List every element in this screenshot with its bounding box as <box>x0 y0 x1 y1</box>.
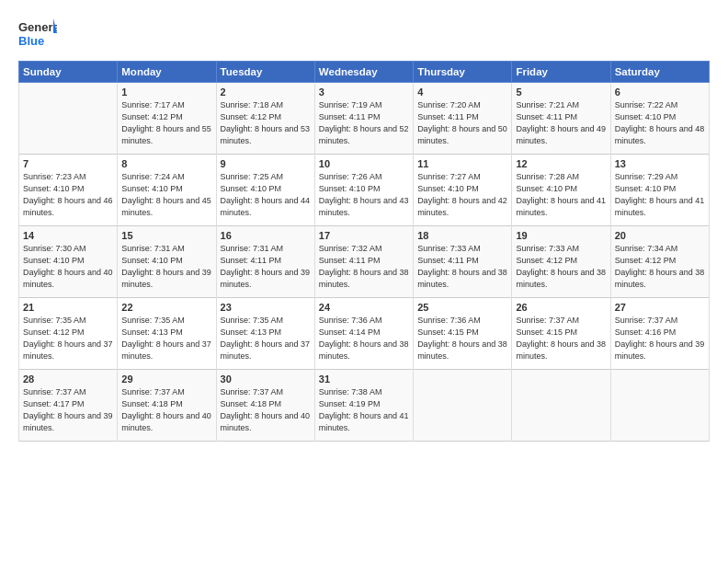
day-details: Sunrise: 7:37 AMSunset: 4:16 PMDaylight:… <box>615 315 705 362</box>
day-details: Sunrise: 7:24 AMSunset: 4:10 PMDaylight:… <box>121 171 211 219</box>
day-details: Sunrise: 7:22 AMSunset: 4:10 PMDaylight:… <box>615 99 705 147</box>
day-cell: 19Sunrise: 7:33 AMSunset: 4:12 PMDayligh… <box>512 226 610 298</box>
day-cell: 16Sunrise: 7:31 AMSunset: 4:11 PMDayligh… <box>216 226 314 298</box>
day-details: Sunrise: 7:37 AMSunset: 4:18 PMDaylight:… <box>221 386 311 434</box>
weekday-friday: Friday <box>512 62 610 83</box>
day-number: 15 <box>121 230 211 241</box>
day-number: 26 <box>516 302 606 313</box>
day-number: 10 <box>319 158 409 169</box>
day-cell: 20Sunrise: 7:34 AMSunset: 4:12 PMDayligh… <box>610 226 709 298</box>
day-cell <box>414 370 512 442</box>
day-details: Sunrise: 7:37 AMSunset: 4:15 PMDaylight:… <box>516 315 606 362</box>
day-cell: 11Sunrise: 7:27 AMSunset: 4:10 PMDayligh… <box>414 155 512 226</box>
day-details: Sunrise: 7:18 AMSunset: 4:12 PMDaylight:… <box>221 99 311 147</box>
svg-text:Blue: Blue <box>18 34 44 48</box>
weekday-tuesday: Tuesday <box>216 62 314 83</box>
day-cell: 29Sunrise: 7:37 AMSunset: 4:18 PMDayligh… <box>118 370 216 442</box>
day-cell: 7Sunrise: 7:23 AMSunset: 4:10 PMDaylight… <box>19 155 118 226</box>
day-number: 21 <box>23 302 113 313</box>
week-row-4: 21Sunrise: 7:35 AMSunset: 4:12 PMDayligh… <box>19 298 710 370</box>
day-cell <box>19 83 118 155</box>
day-details: Sunrise: 7:36 AMSunset: 4:14 PMDaylight:… <box>319 315 409 362</box>
day-number: 9 <box>221 158 311 169</box>
day-number: 22 <box>121 302 211 313</box>
day-cell: 14Sunrise: 7:30 AMSunset: 4:10 PMDayligh… <box>19 226 118 298</box>
day-details: Sunrise: 7:33 AMSunset: 4:12 PMDaylight:… <box>516 243 606 291</box>
weekday-sunday: Sunday <box>19 62 118 83</box>
day-details: Sunrise: 7:33 AMSunset: 4:11 PMDaylight:… <box>417 243 507 291</box>
week-row-3: 14Sunrise: 7:30 AMSunset: 4:10 PMDayligh… <box>19 226 710 298</box>
day-cell: 12Sunrise: 7:28 AMSunset: 4:10 PMDayligh… <box>512 155 610 226</box>
day-details: Sunrise: 7:37 AMSunset: 4:17 PMDaylight:… <box>23 386 113 434</box>
day-details: Sunrise: 7:37 AMSunset: 4:18 PMDaylight:… <box>121 386 211 434</box>
day-cell: 26Sunrise: 7:37 AMSunset: 4:15 PMDayligh… <box>512 298 610 370</box>
day-number: 23 <box>221 302 311 313</box>
header: General Blue <box>18 17 710 52</box>
svg-text:General: General <box>18 20 57 34</box>
day-details: Sunrise: 7:20 AMSunset: 4:11 PMDaylight:… <box>417 99 507 147</box>
day-details: Sunrise: 7:38 AMSunset: 4:19 PMDaylight:… <box>319 386 409 434</box>
day-cell <box>512 370 610 442</box>
day-details: Sunrise: 7:25 AMSunset: 4:10 PMDaylight:… <box>221 171 311 219</box>
day-number: 29 <box>121 373 211 385</box>
week-row-1: 1Sunrise: 7:17 AMSunset: 4:12 PMDaylight… <box>19 83 710 155</box>
day-number: 25 <box>417 302 507 313</box>
day-number: 2 <box>221 86 311 98</box>
day-details: Sunrise: 7:19 AMSunset: 4:11 PMDaylight:… <box>319 99 409 147</box>
day-details: Sunrise: 7:32 AMSunset: 4:11 PMDaylight:… <box>319 243 409 291</box>
day-number: 16 <box>221 230 311 241</box>
day-cell: 27Sunrise: 7:37 AMSunset: 4:16 PMDayligh… <box>610 298 709 370</box>
day-details: Sunrise: 7:26 AMSunset: 4:10 PMDaylight:… <box>319 171 409 219</box>
day-number: 31 <box>319 373 409 385</box>
day-cell: 3Sunrise: 7:19 AMSunset: 4:11 PMDaylight… <box>314 83 413 155</box>
day-number: 4 <box>417 86 507 98</box>
day-details: Sunrise: 7:23 AMSunset: 4:10 PMDaylight:… <box>23 171 113 219</box>
day-number: 3 <box>319 86 409 98</box>
week-row-2: 7Sunrise: 7:23 AMSunset: 4:10 PMDaylight… <box>19 155 710 226</box>
day-details: Sunrise: 7:30 AMSunset: 4:10 PMDaylight:… <box>23 243 113 291</box>
day-cell: 21Sunrise: 7:35 AMSunset: 4:12 PMDayligh… <box>19 298 118 370</box>
day-cell: 24Sunrise: 7:36 AMSunset: 4:14 PMDayligh… <box>314 298 413 370</box>
day-cell: 10Sunrise: 7:26 AMSunset: 4:10 PMDayligh… <box>314 155 413 226</box>
day-details: Sunrise: 7:29 AMSunset: 4:10 PMDaylight:… <box>615 171 705 219</box>
weekday-wednesday: Wednesday <box>314 62 413 83</box>
day-number: 14 <box>23 230 113 241</box>
day-cell: 1Sunrise: 7:17 AMSunset: 4:12 PMDaylight… <box>118 83 216 155</box>
day-cell: 15Sunrise: 7:31 AMSunset: 4:10 PMDayligh… <box>118 226 216 298</box>
day-cell: 9Sunrise: 7:25 AMSunset: 4:10 PMDaylight… <box>216 155 314 226</box>
day-cell <box>610 370 709 442</box>
week-row-5: 28Sunrise: 7:37 AMSunset: 4:17 PMDayligh… <box>19 370 710 442</box>
day-details: Sunrise: 7:27 AMSunset: 4:10 PMDaylight:… <box>417 171 507 219</box>
day-number: 24 <box>319 302 409 313</box>
calendar-table: SundayMondayTuesdayWednesdayThursdayFrid… <box>18 61 710 442</box>
day-details: Sunrise: 7:31 AMSunset: 4:11 PMDaylight:… <box>221 243 311 291</box>
weekday-thursday: Thursday <box>414 62 512 83</box>
day-details: Sunrise: 7:21 AMSunset: 4:11 PMDaylight:… <box>516 99 606 147</box>
logo: General Blue <box>18 17 57 52</box>
day-number: 8 <box>121 158 211 169</box>
day-cell: 18Sunrise: 7:33 AMSunset: 4:11 PMDayligh… <box>414 226 512 298</box>
day-number: 28 <box>23 373 113 385</box>
day-cell: 8Sunrise: 7:24 AMSunset: 4:10 PMDaylight… <box>118 155 216 226</box>
day-cell: 30Sunrise: 7:37 AMSunset: 4:18 PMDayligh… <box>216 370 314 442</box>
weekday-monday: Monday <box>118 62 216 83</box>
day-number: 20 <box>615 230 705 241</box>
day-number: 1 <box>121 86 211 98</box>
weekday-header-row: SundayMondayTuesdayWednesdayThursdayFrid… <box>19 62 710 83</box>
day-cell: 25Sunrise: 7:36 AMSunset: 4:15 PMDayligh… <box>414 298 512 370</box>
day-number: 18 <box>417 230 507 241</box>
day-number: 5 <box>516 86 606 98</box>
day-details: Sunrise: 7:31 AMSunset: 4:10 PMDaylight:… <box>121 243 211 291</box>
day-details: Sunrise: 7:28 AMSunset: 4:10 PMDaylight:… <box>516 171 606 219</box>
day-cell: 23Sunrise: 7:35 AMSunset: 4:13 PMDayligh… <box>216 298 314 370</box>
day-details: Sunrise: 7:35 AMSunset: 4:13 PMDaylight:… <box>121 315 211 362</box>
logo-svg: General Blue <box>18 17 57 52</box>
day-number: 27 <box>615 302 705 313</box>
day-number: 17 <box>319 230 409 241</box>
day-cell: 5Sunrise: 7:21 AMSunset: 4:11 PMDaylight… <box>512 83 610 155</box>
day-number: 30 <box>221 373 311 385</box>
day-cell: 4Sunrise: 7:20 AMSunset: 4:11 PMDaylight… <box>414 83 512 155</box>
day-details: Sunrise: 7:17 AMSunset: 4:12 PMDaylight:… <box>121 99 211 147</box>
day-number: 19 <box>516 230 606 241</box>
day-details: Sunrise: 7:35 AMSunset: 4:12 PMDaylight:… <box>23 315 113 362</box>
